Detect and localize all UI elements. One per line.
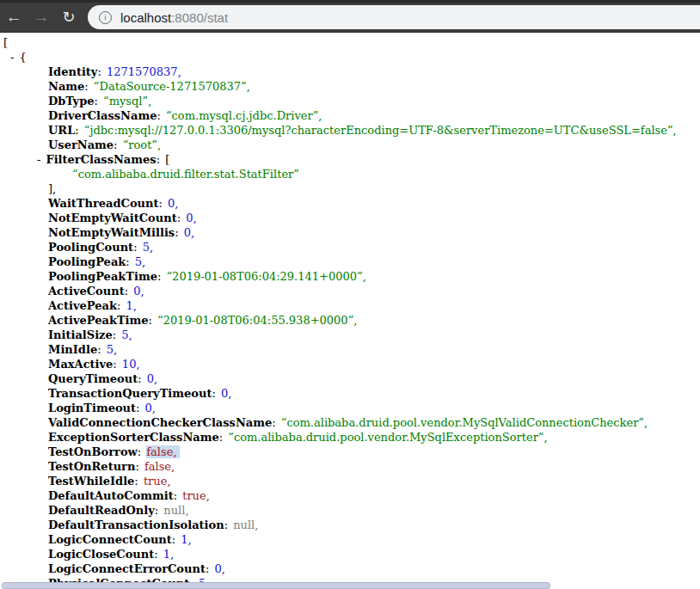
json-key: QueryTimeout <box>48 372 138 385</box>
json-line: PoolingPeak: 5, <box>0 255 700 269</box>
json-value: 5, <box>135 255 145 268</box>
json-colon: : <box>84 80 92 93</box>
json-key: NotEmptyWaitMillis <box>48 226 175 239</box>
json-line: DefaultReadOnly: null, <box>0 503 700 518</box>
json-colon: : <box>175 226 182 239</box>
json-line: TestOnReturn: false, <box>0 459 700 474</box>
json-colon: : <box>97 65 105 78</box>
json-line: Name: “DataSource-1271570837”, <box>0 79 700 94</box>
json-colon: : <box>133 241 141 254</box>
info-icon[interactable]: i <box>99 11 112 24</box>
json-line: MaxActive: 10, <box>0 357 700 371</box>
json-line: TestOnBorrow: false, <box>0 445 700 459</box>
collapse-toggle[interactable]: - <box>37 153 40 166</box>
json-colon: : <box>219 431 227 444</box>
json-line: Identity: 1271570837, <box>0 64 700 79</box>
json-colon: : <box>272 416 279 429</box>
json-punct: [ <box>3 36 8 49</box>
json-value: 0, <box>145 402 156 414</box>
json-line: InitialSize: 5, <box>0 328 700 342</box>
json-value: “DataSource-1271570837”, <box>94 80 250 93</box>
json-key: LoginTimeout <box>48 402 136 414</box>
json-colon: : <box>157 270 165 283</box>
collapse-toggle[interactable]: - <box>10 51 14 64</box>
browser-chrome: ← → ↻ i localhost:8080/stat <box>0 0 700 33</box>
scrollbar-thumb[interactable] <box>2 582 550 589</box>
json-value: 5, <box>143 241 153 254</box>
json-key: LogicConnectCount <box>48 533 172 546</box>
json-key: DbType <box>48 95 95 107</box>
json-line: LoginTimeout: 0, <box>0 401 700 415</box>
json-value: 0, <box>214 562 224 575</box>
json-colon: : <box>75 124 83 137</box>
json-value: false, <box>144 460 175 473</box>
json-line: ActivePeakTime: “2019-01-08T06:04:55.938… <box>0 313 700 328</box>
reload-icon[interactable]: ↻ <box>55 3 83 32</box>
json-colon: : <box>113 358 120 371</box>
json-line: LogicConnectErrorCount: 0, <box>0 561 700 576</box>
back-icon[interactable]: ← <box>0 3 28 32</box>
json-value: “jdbc:mysql://127.0.0.1:3306/mysql?chara… <box>84 124 677 137</box>
address-bar[interactable]: i localhost:8080/stat <box>88 5 700 29</box>
json-value: null, <box>163 504 188 517</box>
json-key: MaxActive <box>48 358 113 371</box>
json-value: true, <box>144 475 171 488</box>
json-line: ValidConnectionCheckerClassName: “com.al… <box>0 415 700 430</box>
json-value: “root”, <box>123 138 162 151</box>
json-line: MinIdle: 5, <box>0 342 700 357</box>
json-colon: : <box>157 153 164 166</box>
json-key: TestOnReturn <box>48 460 135 473</box>
json-value: true, <box>182 489 210 502</box>
json-line: ExceptionSorterClassName: “com.alibaba.d… <box>0 430 700 445</box>
json-value: 0, <box>184 226 194 239</box>
json-colon: : <box>134 475 142 488</box>
json-colon: : <box>212 387 219 400</box>
json-lines: [-{Identity: 1271570837,Name: “DataSourc… <box>0 35 700 589</box>
json-line: UserName: “root”, <box>0 138 700 152</box>
json-line: URL: “jdbc:mysql://127.0.0.1:3306/mysql?… <box>0 123 700 138</box>
json-colon: : <box>155 504 163 517</box>
json-line: TestWhileIdle: true, <box>0 474 700 488</box>
forward-icon[interactable]: → <box>28 3 55 32</box>
json-line: NotEmptyWaitCount: 0, <box>0 211 700 225</box>
json-viewer: [-{Identity: 1271570837,Name: “DataSourc… <box>0 33 700 589</box>
json-value: “2019-01-08T06:04:29.141+0000”, <box>166 270 365 283</box>
json-line: [ <box>0 35 700 50</box>
json-key: LogicCloseCount <box>48 548 154 561</box>
json-value: 0, <box>168 197 178 210</box>
browser-toolbar: ← → ↻ i localhost:8080/stat <box>0 3 700 33</box>
json-value: “2019-01-08T06:04:55.938+0000”, <box>157 314 357 327</box>
json-value: 1, <box>181 533 191 546</box>
json-line: -{ <box>0 50 700 64</box>
json-value: “com.alibaba.druid.filter.stat.StatFilte… <box>72 168 299 181</box>
json-colon: : <box>126 255 133 268</box>
json-colon: : <box>159 197 167 210</box>
json-key: Name <box>48 80 84 93</box>
json-key: LogicConnectErrorCount <box>48 562 206 575</box>
json-key: DefaultReadOnly <box>48 504 155 517</box>
json-value: 1, <box>163 548 174 561</box>
json-line: DriverClassName: “com.mysql.cj.jdbc.Driv… <box>0 108 700 123</box>
json-colon: : <box>224 518 232 531</box>
json-colon: : <box>95 95 102 107</box>
json-punct: ], <box>48 182 56 195</box>
json-line: ActiveCount: 0, <box>0 284 700 298</box>
json-value: 0, <box>147 372 157 385</box>
json-value: 1271570837, <box>107 65 181 78</box>
json-line: DbType: “mysql”, <box>0 94 700 108</box>
json-line: LogicConnectCount: 1, <box>0 532 700 547</box>
json-key: Identity <box>48 65 97 78</box>
url-host: localhost <box>120 10 171 25</box>
json-key: TestWhileIdle <box>48 475 134 488</box>
json-value: “com.mysql.cj.jdbc.Driver”, <box>166 109 322 122</box>
horizontal-scrollbar[interactable] <box>0 582 700 589</box>
json-line: PoolingCount: 5, <box>0 240 700 255</box>
json-colon: : <box>149 314 157 327</box>
json-colon: : <box>138 445 145 458</box>
json-colon: : <box>154 548 162 561</box>
json-colon: : <box>125 285 132 298</box>
json-value: false, <box>146 445 179 458</box>
json-colon: : <box>172 533 180 546</box>
json-value: 0, <box>221 387 231 400</box>
url-text: localhost:8080/stat <box>120 10 228 25</box>
